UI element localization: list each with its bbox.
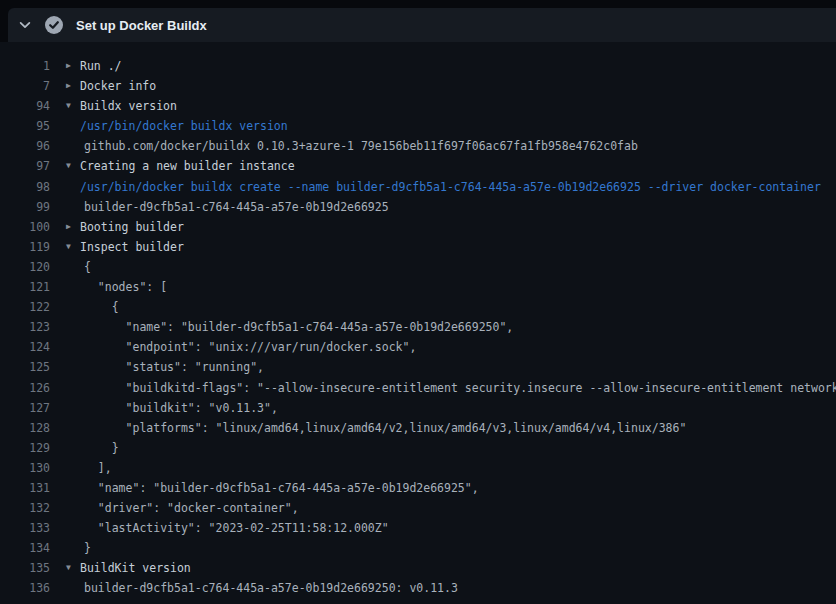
log-line: 126 "buildkitd-flags": "--allow-insecure…	[0, 378, 836, 398]
group-collapsed-icon[interactable]: ▶	[66, 76, 80, 96]
log-line: 123 "name": "builder-d9cfb5a1-c764-445a-…	[0, 317, 836, 337]
log-header-area: Set up Docker Buildx	[0, 0, 836, 42]
log-line-group[interactable]: 94▼Buildx version	[0, 96, 836, 116]
step-header[interactable]: Set up Docker Buildx	[8, 8, 836, 42]
group-expanded-icon[interactable]: ▼	[66, 558, 80, 578]
group-expanded-icon[interactable]: ▼	[66, 237, 80, 257]
log-text: "endpoint": "unix:///var/run/docker.sock…	[84, 337, 416, 357]
log-text: /usr/bin/docker buildx version	[80, 116, 288, 136]
line-number[interactable]: 119	[0, 237, 50, 257]
line-number[interactable]: 131	[0, 478, 50, 498]
line-number[interactable]: 129	[0, 438, 50, 458]
log-text: "nodes": [	[84, 277, 167, 297]
log-text: ],	[84, 458, 112, 478]
log-text: github.com/docker/buildx 0.10.3+azure-1 …	[84, 136, 638, 156]
log-text: Run ./	[80, 56, 122, 76]
log-line-group[interactable]: 97▼Creating a new builder instance	[0, 156, 836, 176]
log-line: 122 {	[0, 297, 836, 317]
line-number[interactable]: 95	[0, 116, 50, 136]
log-line: 125 "status": "running",	[0, 357, 836, 377]
line-number[interactable]: 133	[0, 518, 50, 538]
line-number[interactable]: 7	[0, 76, 50, 96]
log-line: 132 "driver": "docker-container",	[0, 498, 836, 518]
group-expanded-icon[interactable]: ▼	[66, 156, 80, 176]
group-expanded-icon[interactable]: ▼	[66, 96, 80, 116]
line-number[interactable]: 135	[0, 558, 50, 578]
log-line: 120{	[0, 257, 836, 277]
log-line: 127 "buildkit": "v0.11.3",	[0, 398, 836, 418]
log-line: 98/usr/bin/docker buildx create --name b…	[0, 177, 836, 197]
line-number[interactable]: 120	[0, 257, 50, 277]
log-line: 130 ],	[0, 458, 836, 478]
log-line-group[interactable]: 135▼BuildKit version	[0, 558, 836, 578]
log-line-group[interactable]: 119▼Inspect builder	[0, 237, 836, 257]
log-text: "driver": "docker-container",	[84, 498, 299, 518]
line-number[interactable]: 136	[0, 578, 50, 598]
line-number[interactable]: 98	[0, 177, 50, 197]
log-text: {	[84, 297, 119, 317]
line-number[interactable]: 132	[0, 498, 50, 518]
chevron-down-icon[interactable]	[18, 18, 32, 32]
line-number[interactable]: 130	[0, 458, 50, 478]
log-text: "buildkitd-flags": "--allow-insecure-ent…	[84, 378, 836, 398]
log-text: }	[84, 538, 91, 558]
line-number[interactable]: 124	[0, 337, 50, 357]
check-circle-icon	[45, 16, 63, 34]
log-text: Creating a new builder instance	[80, 156, 295, 176]
log-line: 124 "endpoint": "unix:///var/run/docker.…	[0, 337, 836, 357]
log-line-group[interactable]: 1▶Run ./	[0, 56, 836, 76]
log-text: builder-d9cfb5a1-c764-445a-a57e-0b19d2e6…	[84, 578, 458, 598]
log-text: "name": "builder-d9cfb5a1-c764-445a-a57e…	[84, 317, 513, 337]
log-line: 129 }	[0, 438, 836, 458]
log-line: 96github.com/docker/buildx 0.10.3+azure-…	[0, 136, 836, 156]
line-number[interactable]: 1	[0, 56, 50, 76]
log-text: "buildkit": "v0.11.3",	[84, 398, 278, 418]
log-line: 134}	[0, 538, 836, 558]
log-line: 95/usr/bin/docker buildx version	[0, 116, 836, 136]
log-text: Buildx version	[80, 96, 177, 116]
log-line-group[interactable]: 100▶Booting builder	[0, 217, 836, 237]
line-number[interactable]: 96	[0, 136, 50, 156]
log-text: "name": "builder-d9cfb5a1-c764-445a-a57e…	[84, 478, 479, 498]
log-text: "status": "running",	[84, 357, 264, 377]
line-number[interactable]: 127	[0, 398, 50, 418]
line-number[interactable]: 100	[0, 217, 50, 237]
line-number[interactable]: 94	[0, 96, 50, 116]
log-text: "lastActivity": "2023-02-25T11:58:12.000…	[84, 518, 389, 538]
log-line: 136builder-d9cfb5a1-c764-445a-a57e-0b19d…	[0, 578, 836, 598]
log-text: Docker info	[80, 76, 156, 96]
line-number[interactable]: 123	[0, 317, 50, 337]
line-number[interactable]: 126	[0, 378, 50, 398]
line-number[interactable]: 134	[0, 538, 50, 558]
log-text: /usr/bin/docker buildx create --name bui…	[80, 177, 821, 197]
log-line: 133 "lastActivity": "2023-02-25T11:58:12…	[0, 518, 836, 538]
step-title: Set up Docker Buildx	[76, 18, 207, 33]
log-text: Booting builder	[80, 217, 184, 237]
log-line: 128 "platforms": "linux/amd64,linux/amd6…	[0, 418, 836, 438]
log-line-group[interactable]: 7▶Docker info	[0, 76, 836, 96]
line-number[interactable]: 99	[0, 197, 50, 217]
group-collapsed-icon[interactable]: ▶	[66, 217, 80, 237]
log-line: 99builder-d9cfb5a1-c764-445a-a57e-0b19d2…	[0, 197, 836, 217]
log-text: BuildKit version	[80, 558, 191, 578]
log-text: builder-d9cfb5a1-c764-445a-a57e-0b19d2e6…	[84, 197, 389, 217]
log-text: Inspect builder	[80, 237, 184, 257]
line-number[interactable]: 125	[0, 357, 50, 377]
log-line: 121 "nodes": [	[0, 277, 836, 297]
log-line: 131 "name": "builder-d9cfb5a1-c764-445a-…	[0, 478, 836, 498]
log-lines-container: 1▶Run ./7▶Docker info94▼Buildx version95…	[0, 42, 836, 604]
log-text: "platforms": "linux/amd64,linux/amd64/v2…	[84, 418, 686, 438]
line-number[interactable]: 122	[0, 297, 50, 317]
group-collapsed-icon[interactable]: ▶	[66, 56, 80, 76]
line-number[interactable]: 121	[0, 277, 50, 297]
line-number[interactable]: 128	[0, 418, 50, 438]
log-text: {	[84, 257, 91, 277]
log-text: }	[84, 438, 119, 458]
line-number[interactable]: 97	[0, 156, 50, 176]
